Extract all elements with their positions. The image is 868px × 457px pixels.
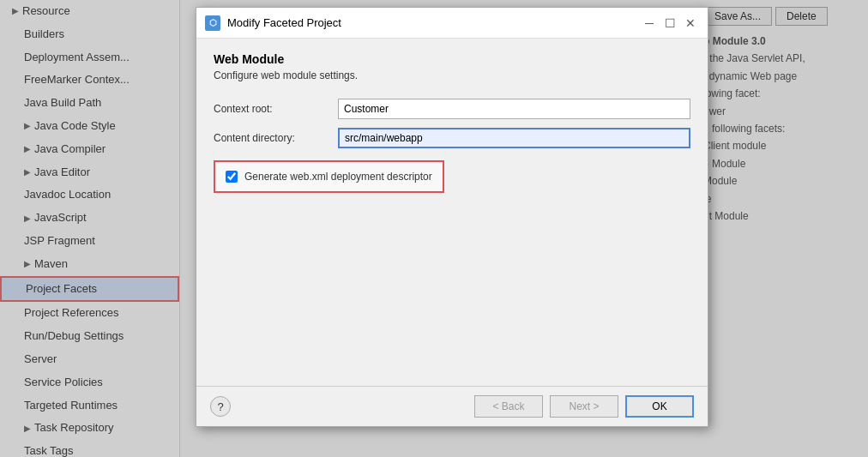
restore-button[interactable]: ☐ [661,15,678,32]
dialog-icon: ⬡ [205,15,220,31]
minimize-button[interactable]: ─ [641,15,658,32]
dialog-titlebar: ⬡ Modify Faceted Project ─ ☐ ✕ [196,8,708,39]
context-root-row: Context root: [214,99,690,119]
content-dir-label: Content directory: [214,132,338,144]
next-button[interactable]: Next > [550,395,618,418]
dialog-section-title: Web Module [214,52,690,66]
modify-faceted-project-dialog: ⬡ Modify Faceted Project ─ ☐ ✕ Web Modul… [196,7,708,427]
close-button[interactable]: ✕ [682,15,699,32]
generate-webxml-label[interactable]: Generate web.xml deployment descriptor [244,171,432,183]
back-button[interactable]: < Back [474,395,543,418]
dialog-title: Modify Faceted Project [227,16,341,29]
context-root-label: Context root: [214,103,338,115]
dialog-footer: ? < Back Next > OK [196,386,708,426]
ok-button[interactable]: OK [625,395,694,418]
content-dir-input[interactable] [338,128,690,148]
dialog-titlebar-controls: ─ ☐ ✕ [641,15,699,32]
content-dir-row: Content directory: [214,128,690,148]
context-root-input[interactable] [338,99,690,119]
dialog-titlebar-left: ⬡ Modify Faceted Project [205,15,341,31]
checkbox-row: Generate web.xml deployment descriptor [214,160,444,193]
generate-webxml-checkbox[interactable] [226,171,238,183]
footer-buttons: < Back Next > OK [474,395,694,418]
dialog-section-desc: Configure web module settings. [214,69,690,81]
help-button[interactable]: ? [210,396,231,417]
dialog-body: Web Module Configure web module settings… [196,39,708,386]
